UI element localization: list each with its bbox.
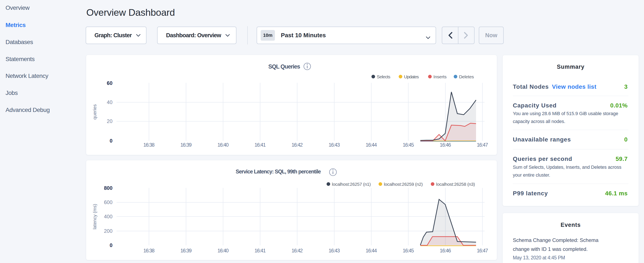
svg-text:60: 60 bbox=[107, 80, 112, 86]
svg-text:16:45: 16:45 bbox=[403, 142, 414, 148]
svg-text:16:47: 16:47 bbox=[477, 142, 488, 148]
svg-text:16:40: 16:40 bbox=[218, 142, 229, 148]
svg-text:16:43: 16:43 bbox=[329, 248, 340, 253]
svg-text:16:40: 16:40 bbox=[218, 248, 229, 253]
svg-text:0: 0 bbox=[110, 242, 112, 248]
svg-text:localhost:26259 (n2): localhost:26259 (n2) bbox=[384, 182, 423, 187]
svg-text:16:47: 16:47 bbox=[477, 248, 488, 253]
svg-text:SQL Queries: SQL Queries bbox=[268, 63, 300, 70]
svg-text:localhost:26257 (n1): localhost:26257 (n1) bbox=[332, 182, 371, 187]
svg-text:16:38: 16:38 bbox=[143, 248, 154, 253]
svg-text:queries: queries bbox=[92, 104, 98, 120]
svg-text:localhost:26258 (n3): localhost:26258 (n3) bbox=[436, 182, 475, 187]
svg-text:Inserts: Inserts bbox=[434, 74, 447, 79]
svg-text:16:43: 16:43 bbox=[329, 142, 340, 148]
svg-text:16:45: 16:45 bbox=[403, 248, 414, 253]
svg-text:800: 800 bbox=[104, 185, 112, 191]
svg-text:16:39: 16:39 bbox=[180, 142, 192, 148]
svg-text:16:39: 16:39 bbox=[180, 248, 192, 253]
svg-text:16:41: 16:41 bbox=[254, 248, 266, 253]
svg-text:16:46: 16:46 bbox=[440, 248, 451, 253]
svg-text:16:41: 16:41 bbox=[254, 142, 266, 148]
svg-text:Deletes: Deletes bbox=[459, 74, 474, 79]
svg-text:16:44: 16:44 bbox=[366, 142, 377, 148]
svg-text:40: 40 bbox=[107, 99, 112, 105]
svg-text:Updates: Updates bbox=[404, 74, 419, 79]
svg-text:0: 0 bbox=[110, 138, 112, 144]
svg-text:600: 600 bbox=[104, 199, 112, 205]
svg-text:latency (ms): latency (ms) bbox=[92, 204, 98, 229]
svg-text:200: 200 bbox=[104, 228, 112, 234]
svg-text:16:42: 16:42 bbox=[292, 142, 303, 148]
svg-text:16:42: 16:42 bbox=[292, 248, 303, 253]
svg-text:Service Latency: SQL, 99th per: Service Latency: SQL, 99th percentile bbox=[236, 168, 321, 174]
svg-text:16:44: 16:44 bbox=[366, 248, 377, 253]
svg-text:20: 20 bbox=[107, 118, 112, 124]
svg-text:Selects: Selects bbox=[377, 74, 390, 79]
svg-text:16:38: 16:38 bbox=[143, 142, 154, 148]
svg-text:400: 400 bbox=[104, 214, 112, 219]
svg-text:16:46: 16:46 bbox=[440, 142, 451, 148]
